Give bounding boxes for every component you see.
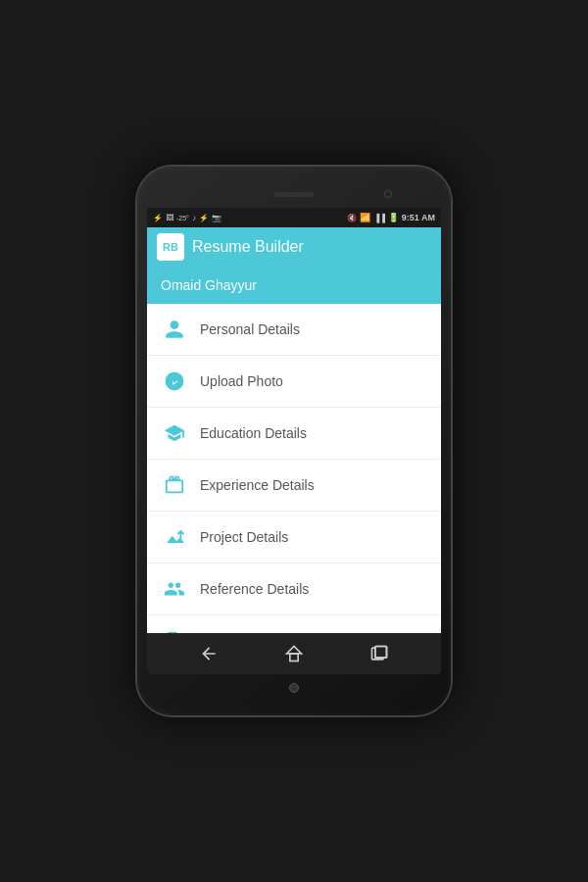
user-name: Omaid Ghayyur [161, 277, 257, 293]
upload-photo-icon [161, 368, 188, 395]
education-icon [161, 419, 188, 447]
device-bottom [147, 674, 441, 702]
menu-list: Personal Details Upload Photo Education … [147, 304, 441, 633]
device-frame: ⚡ 🖼 -25° ♪ ⚡ 📷 🔇 📶 ▐▐ 🔋 9:51 AM RB Resum… [137, 167, 451, 715]
group-icon [161, 575, 188, 603]
svg-rect-4 [374, 647, 386, 659]
front-camera [384, 190, 392, 198]
device-top [147, 180, 441, 208]
app-logo: RB [157, 233, 184, 261]
camera-icon-status: 📷 [212, 214, 221, 222]
time-display: 9:51 AM [402, 213, 435, 222]
back-button[interactable] [191, 636, 226, 671]
wifi-icon: 📶 [360, 213, 370, 222]
personal-details-label: Personal Details [200, 321, 300, 337]
mute-icon: 🔇 [347, 214, 357, 222]
temp-icon: -25° [176, 215, 189, 221]
status-right: 🔇 📶 ▐▐ 🔋 9:51 AM [347, 213, 435, 222]
person-icon [161, 316, 188, 343]
music-icon: ♪ [192, 214, 196, 222]
other-details-item[interactable]: Other Details [147, 615, 441, 633]
experience-details-item[interactable]: Experience Details [147, 460, 441, 512]
education-details-item[interactable]: Education Details [147, 408, 441, 460]
reference-details-item[interactable]: Reference Details [147, 564, 441, 615]
education-details-label: Education Details [200, 425, 307, 441]
physical-home [289, 683, 299, 693]
app-title: Resume Builder [192, 238, 304, 256]
usb2-icon: ⚡ [199, 214, 209, 222]
upload-photo-label: Upload Photo [200, 373, 283, 389]
status-left-icons: ⚡ 🖼 -25° ♪ ⚡ 📷 [153, 214, 221, 222]
chart-icon [161, 523, 188, 551]
speaker [274, 192, 314, 197]
status-bar: ⚡ 🖼 -25° ♪ ⚡ 📷 🔇 📶 ▐▐ 🔋 9:51 AM [147, 208, 441, 227]
svg-rect-2 [290, 654, 298, 662]
app-bar: RB Resume Builder [147, 227, 441, 267]
experience-details-label: Experience Details [200, 477, 315, 493]
reference-details-label: Reference Details [200, 581, 309, 597]
screen: ⚡ 🖼 -25° ♪ ⚡ 📷 🔇 📶 ▐▐ 🔋 9:51 AM RB Resum… [147, 208, 441, 674]
project-details-label: Project Details [200, 529, 288, 545]
personal-details-item[interactable]: Personal Details [147, 304, 441, 356]
content-area: Omaid Ghayyur Personal Details Upload Ph… [147, 267, 441, 633]
nav-bar [147, 633, 441, 674]
project-details-item[interactable]: Project Details [147, 512, 441, 564]
usb-icon: ⚡ [153, 214, 163, 222]
briefcase-icon [161, 471, 188, 499]
recent-apps-button[interactable] [362, 636, 397, 671]
signal-icon: ▐▐ [373, 214, 384, 222]
battery-icon: 🔋 [388, 213, 399, 222]
svg-marker-1 [286, 647, 301, 655]
home-button[interactable] [276, 636, 312, 671]
user-section-header: Omaid Ghayyur [147, 267, 441, 304]
image-icon: 🖼 [166, 214, 173, 222]
upload-photo-item[interactable]: Upload Photo [147, 356, 441, 408]
